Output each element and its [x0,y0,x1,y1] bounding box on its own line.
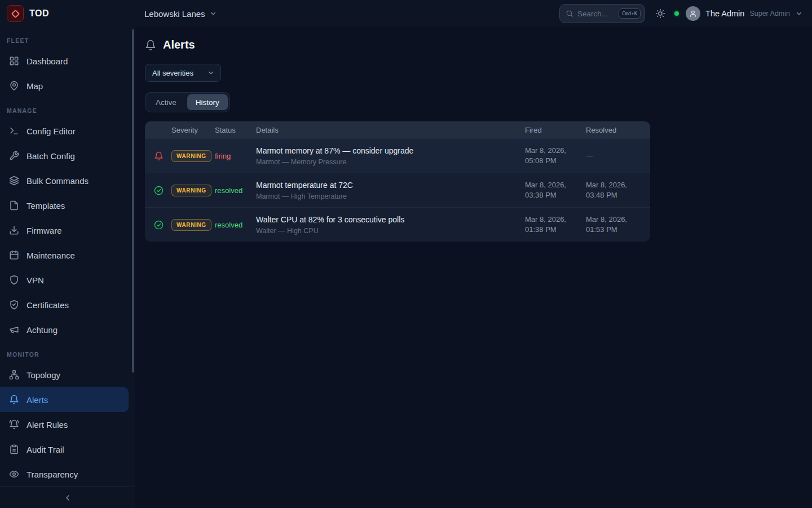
sidebar-item-vpn[interactable]: VPN [0,268,135,292]
sidebar-collapse-button[interactable] [63,493,72,502]
tab-history[interactable]: History [187,94,228,110]
col-resolved: Resolved [586,126,650,134]
sidebar-item-label: Map [27,81,43,91]
alert-subtitle: Walter — High CPU [256,227,525,235]
clipboard-icon [9,444,19,454]
sidebar-item-topology[interactable]: Topology [0,362,135,387]
fired-at: Mar 8, 2026, 05:08 PM [525,146,586,165]
resolved-at: Mar 8, 2026, 01:53 PM [586,214,650,234]
severity-badge: WARNING [171,150,211,162]
sidebar-item-label: VPN [27,275,44,285]
logo-icon [7,5,24,22]
sidebar-item-label: Transparency [27,470,78,479]
table-row[interactable]: WARNING resolved Walter CPU at 82% for 3… [145,207,650,242]
sidebar-section-fleet: FLEET [0,37,135,44]
fired-at: Mar 8, 2026, 03:38 PM [525,180,586,200]
user-role: Super Admin [749,10,790,17]
sidebar-item-label: Topology [27,370,60,380]
sidebar-item-label: Audit Trail [27,445,64,454]
sidebar-item-alert-rules[interactable]: Alert Rules [0,412,135,437]
chevron-left-icon [63,493,72,502]
shield-check-icon [9,300,19,310]
page-header: Alerts [145,38,798,51]
alerts-table: Severity Status Details Fired Resolved W… [145,121,650,242]
check-circle-icon [154,186,164,195]
sidebar-footer [0,487,135,508]
sidebar-item-templates[interactable]: Templates [0,193,135,218]
sidebar-item-transparency[interactable]: Transparency [0,462,135,487]
brand: TOD [0,5,135,22]
sidebar-item-label: Dashboard [27,56,68,66]
alert-subtitle: Marmot — High Temperature [256,192,525,200]
sidebar-scrollbar[interactable] [132,29,134,373]
bell-ring-icon [9,419,19,430]
sidebar-item-certificates[interactable]: Certificates [0,292,135,317]
megaphone-icon [9,325,19,335]
status-text: resolved [215,221,256,229]
sidebar: FLEET Dashboard Map MANAGE Config Editor… [0,27,135,508]
topbar: TOD Lebowski Lanes Search... Cmd+K The A… [0,0,812,27]
main-content: Alerts All severities Active History Sev… [135,27,812,508]
table-row[interactable]: WARNING resolved Marmot temperature at 7… [145,173,650,207]
alert-subtitle: Marmot — Memory Pressure [256,158,525,166]
alert-title: Walter CPU at 82% for 3 consecutive poll… [256,215,525,224]
user-icon [689,10,697,17]
tab-active[interactable]: Active [147,94,185,110]
severity-badge: WARNING [171,185,211,196]
search-icon [566,10,573,17]
sidebar-item-maintenance[interactable]: Maintenance [0,243,135,268]
table-header-row: Severity Status Details Fired Resolved [145,121,650,138]
col-fired: Fired [525,126,586,134]
chevron-down-icon [209,10,217,17]
severity-filter-select[interactable]: All severities [145,64,221,82]
calendar-icon [9,250,19,260]
sidebar-item-bulk-commands[interactable]: Bulk Commands [0,168,135,193]
sun-icon [655,8,665,19]
sidebar-item-audit-trail[interactable]: Audit Trail [0,437,135,462]
sidebar-item-label: Bulk Commands [27,176,89,186]
sidebar-item-firmware[interactable]: Firmware [0,218,135,243]
check-circle-icon [154,220,164,230]
search-placeholder: Search... [577,10,615,18]
sidebar-item-alerts[interactable]: Alerts [0,387,129,412]
resolved-at: — [586,151,650,161]
alert-title: Marmot temperature at 72C [256,181,525,190]
severity-filter-value: All severities [152,69,193,77]
terminal-icon [9,126,19,136]
severity-badge: WARNING [171,219,211,231]
alerts-tabs: Active History [145,92,230,112]
wrench-icon [9,151,19,161]
shield-icon [9,275,19,285]
user-menu[interactable]: The Admin Super Admin [686,6,812,21]
sidebar-item-map[interactable]: Map [0,73,135,98]
org-selector[interactable]: Lebowski Lanes [140,6,222,22]
theme-toggle-button[interactable] [655,8,665,19]
status-text: resolved [215,186,256,195]
bell-icon [145,40,156,51]
sidebar-item-label: Alerts [27,395,48,405]
sidebar-item-label: Maintenance [27,251,75,260]
sidebar-section-manage: MANAGE [0,107,135,114]
file-icon [9,200,19,211]
col-status: Status [215,126,256,134]
sidebar-item-batch-config[interactable]: Batch Config [0,143,135,168]
sidebar-item-dashboard[interactable]: Dashboard [0,49,135,73]
avatar [686,6,700,21]
sidebar-item-achtung[interactable]: Achtung [0,317,135,342]
grid-icon [9,56,19,66]
eye-icon [9,469,19,479]
network-icon [9,370,19,380]
sidebar-item-label: Alert Rules [27,420,68,430]
download-icon [9,225,19,235]
bell-icon [9,395,19,405]
search-input[interactable]: Search... Cmd+K [559,4,645,23]
sidebar-item-config-editor[interactable]: Config Editor [0,119,135,143]
sidebar-section-monitor: MONITOR [0,351,135,358]
table-row[interactable]: WARNING firing Marmot memory at 87% — co… [145,138,650,173]
col-severity: Severity [171,126,215,134]
search-shortcut-badge: Cmd+K [619,8,641,19]
sidebar-item-label: Config Editor [27,126,76,136]
col-details: Details [256,126,525,134]
bell-alert-icon [154,151,164,161]
alert-title: Marmot memory at 87% — consider upgrade [256,146,525,155]
